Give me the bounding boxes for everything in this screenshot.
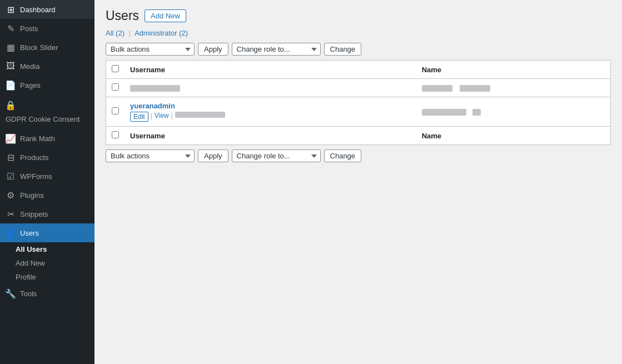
sidebar-item-label: Media bbox=[20, 62, 39, 71]
row1-checkbox-cell bbox=[106, 79, 125, 97]
top-table-actions: Bulk actions Delete Apply Change role to… bbox=[106, 43, 611, 56]
bottom-bulk-actions-select[interactable]: Bulk actions Delete bbox=[106, 149, 195, 162]
sidebar-item-label: Plugins bbox=[20, 191, 44, 200]
sidebar-item-label: GDPR Cookie Consent bbox=[6, 114, 80, 124]
row2-checkbox[interactable] bbox=[112, 107, 119, 114]
sidebar-item-dashboard[interactable]: ⊞ Dashboard bbox=[0, 0, 94, 19]
username-column-header[interactable]: Username bbox=[125, 61, 416, 79]
bottom-table-actions: Bulk actions Delete Apply Change role to… bbox=[106, 149, 611, 162]
row1-username-cell bbox=[125, 79, 416, 97]
rank-math-icon: 📈 bbox=[6, 133, 16, 143]
sidebar-item-wpforms[interactable]: ☑ WPForms bbox=[0, 167, 94, 186]
sidebar-subitem-profile[interactable]: Profile bbox=[0, 270, 94, 284]
wpforms-icon: ☑ bbox=[6, 171, 16, 181]
sidebar-item-snippets[interactable]: ✂ Snippets bbox=[0, 205, 94, 223]
sidebar-item-products[interactable]: ⊟ Products bbox=[0, 148, 94, 167]
row2-name-cell bbox=[416, 97, 611, 127]
users-icon: 👤 bbox=[6, 228, 16, 238]
sidebar-item-label: WPForms bbox=[20, 172, 52, 181]
sidebar-item-rank-math[interactable]: 📈 Rank Math bbox=[0, 129, 94, 148]
main-content: Users Add New All (2) | Administrator (2… bbox=[94, 0, 622, 364]
row2-username-cell: yueranadmin Edit | View | bbox=[125, 97, 416, 127]
select-all-th bbox=[106, 61, 125, 79]
sidebar-item-posts[interactable]: ✎ Posts bbox=[0, 19, 94, 38]
users-submenu: All Users Add New Profile bbox=[0, 242, 94, 284]
sidebar-subitem-add-new[interactable]: Add New bbox=[0, 256, 94, 270]
row2-actions: Edit | View | bbox=[130, 112, 411, 122]
page-title: Users bbox=[106, 8, 139, 23]
block-slider-icon: ▦ bbox=[6, 42, 16, 52]
pages-icon: 📄 bbox=[6, 80, 16, 90]
select-all-bottom-checkbox[interactable] bbox=[112, 131, 119, 138]
select-all-checkbox[interactable] bbox=[112, 65, 119, 72]
media-icon: 🖼 bbox=[6, 61, 16, 71]
table-row: yueranadmin Edit | View | bbox=[106, 97, 611, 127]
row2-checkbox-cell bbox=[106, 97, 125, 127]
filter-admin-link[interactable]: Administrator (2) bbox=[135, 29, 188, 37]
posts-icon: ✎ bbox=[6, 23, 16, 33]
sidebar-item-pages[interactable]: 📄 Pages bbox=[0, 76, 94, 94]
gdpr-icon: 🔒 bbox=[6, 100, 16, 110]
sidebar-item-plugins[interactable]: ⚙ Plugins bbox=[0, 186, 94, 205]
row2-extra-blurred bbox=[175, 112, 225, 118]
sidebar-subitem-all-users[interactable]: All Users bbox=[0, 242, 94, 256]
table-header-row: Username Name bbox=[106, 61, 611, 79]
table-footer-row: Username Name bbox=[106, 127, 611, 145]
row1-checkbox[interactable] bbox=[112, 83, 119, 91]
bottom-change-role-select[interactable]: Change role to... Administrator Editor A… bbox=[232, 149, 321, 162]
name-column-header: Name bbox=[416, 61, 611, 79]
top-apply-button[interactable]: Apply bbox=[198, 43, 228, 56]
filter-separator: | bbox=[129, 29, 131, 37]
sidebar-item-gdpr[interactable]: 🔒 GDPR Cookie Consent bbox=[0, 94, 94, 129]
products-icon: ⊟ bbox=[6, 152, 16, 162]
name-footer-header: Name bbox=[416, 127, 611, 145]
row2-name-blurred bbox=[422, 109, 466, 116]
tools-icon: 🔧 bbox=[6, 288, 16, 298]
sidebar-item-label: Tools bbox=[20, 290, 37, 298]
row2-name-suffix-blurred bbox=[472, 109, 481, 116]
sidebar-item-label: Dashboard bbox=[20, 6, 56, 14]
page-header: Users Add New bbox=[106, 8, 611, 23]
dashboard-icon: ⊞ bbox=[6, 4, 16, 14]
row1-name-cell bbox=[416, 79, 611, 97]
filter-links: All (2) | Administrator (2) bbox=[106, 29, 611, 37]
row2-username-link[interactable]: yueranadmin bbox=[130, 102, 175, 110]
sidebar-item-tools[interactable]: 🔧 Tools bbox=[0, 284, 94, 303]
row1-name-last-blurred bbox=[460, 85, 490, 92]
sidebar-item-block-slider[interactable]: ▦ Block Slider bbox=[0, 38, 94, 57]
bottom-change-button[interactable]: Change bbox=[324, 149, 362, 162]
filter-all-link[interactable]: All (2) bbox=[106, 29, 127, 37]
top-bulk-actions-select[interactable]: Bulk actions Delete bbox=[106, 43, 195, 56]
row1-username-blurred bbox=[130, 85, 180, 92]
sidebar-item-label: Users bbox=[20, 229, 39, 237]
sidebar-item-label: Posts bbox=[20, 24, 38, 33]
sidebar-item-label: Block Slider bbox=[20, 43, 58, 52]
users-table: Username Name bbox=[106, 60, 611, 145]
add-new-button[interactable]: Add New bbox=[145, 9, 186, 22]
sidebar-item-media[interactable]: 🖼 Media bbox=[0, 57, 94, 76]
plugins-icon: ⚙ bbox=[6, 190, 16, 200]
row2-edit-button[interactable]: Edit bbox=[130, 112, 148, 122]
sidebar-item-label: Products bbox=[20, 153, 48, 162]
top-change-button[interactable]: Change bbox=[324, 43, 362, 56]
sidebar: ⊞ Dashboard ✎ Posts ▦ Block Slider 🖼 Med… bbox=[0, 0, 94, 364]
row2-view-link[interactable]: View bbox=[155, 112, 169, 122]
table-row bbox=[106, 79, 611, 97]
top-change-role-select[interactable]: Change role to... Administrator Editor A… bbox=[232, 43, 321, 56]
select-all-bottom-th bbox=[106, 127, 125, 145]
sidebar-item-label: Pages bbox=[20, 81, 41, 89]
bottom-apply-button[interactable]: Apply bbox=[198, 149, 228, 162]
username-footer-header[interactable]: Username bbox=[125, 127, 416, 145]
sidebar-item-users[interactable]: 👤 Users bbox=[0, 223, 94, 242]
sidebar-item-label: Snippets bbox=[20, 210, 48, 218]
sidebar-item-label: Rank Math bbox=[20, 134, 55, 143]
row1-name-first-blurred bbox=[422, 85, 452, 92]
snippets-icon: ✂ bbox=[6, 209, 16, 219]
